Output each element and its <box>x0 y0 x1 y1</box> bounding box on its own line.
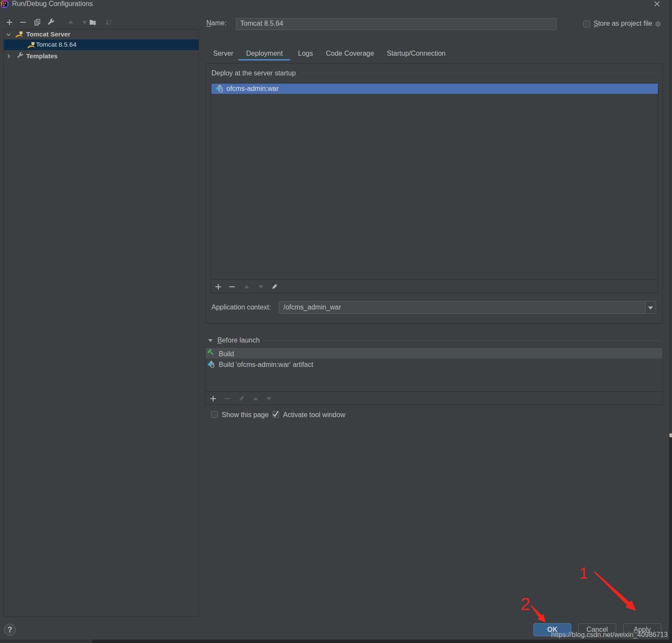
svg-text:IJ: IJ <box>3 2 6 5</box>
svg-text:z: z <box>109 22 111 26</box>
svg-text:1: 1 <box>579 565 588 582</box>
svg-text:2: 2 <box>521 595 530 613</box>
